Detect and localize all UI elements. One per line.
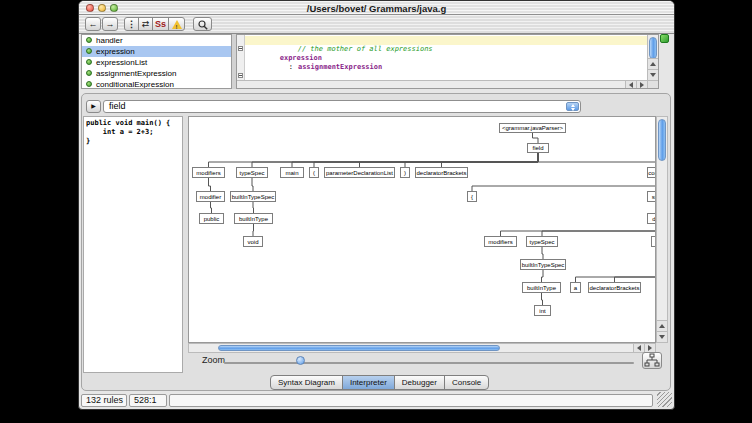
tree-node-bit1[interactable]: builtInType bbox=[234, 213, 273, 224]
fold-margin bbox=[237, 35, 245, 80]
scroll-right-button[interactable] bbox=[636, 81, 647, 88]
tree-vertical-scrollbar[interactable] bbox=[656, 116, 668, 343]
rule-status-icon bbox=[86, 48, 92, 54]
zoom-slider-thumb[interactable] bbox=[296, 356, 305, 365]
grammar-editor[interactable]: // the mother of all expressions express… bbox=[236, 34, 659, 89]
arrow-up-icon bbox=[659, 324, 665, 328]
tab-label: Interpreter bbox=[350, 378, 387, 387]
tree-node-rparen[interactable]: ) bbox=[400, 167, 410, 178]
tree-node-bit2[interactable]: builtInType bbox=[522, 282, 561, 293]
tree-node-lparen[interactable]: ( bbox=[309, 167, 319, 178]
scroll-right-button[interactable] bbox=[644, 344, 655, 352]
rule-label: handler bbox=[96, 36, 123, 45]
tree-node-a[interactable]: a bbox=[570, 282, 581, 293]
forward-icon: → bbox=[106, 19, 115, 29]
scrollbar-corner bbox=[647, 80, 658, 88]
rule-name-text: expression bbox=[280, 54, 322, 62]
refactor-button[interactable]: ⇄ bbox=[138, 17, 153, 31]
editor-horizontal-scrollbar[interactable] bbox=[237, 80, 647, 88]
scroll-up-button[interactable] bbox=[657, 320, 667, 331]
back-button[interactable]: ← bbox=[85, 17, 101, 31]
rule-label: expression bbox=[96, 47, 135, 56]
arrow-up-icon bbox=[650, 62, 656, 66]
tab-syntax-diagram[interactable]: Syntax Diagram bbox=[270, 375, 343, 390]
tab-label: Debugger bbox=[402, 378, 437, 387]
tree-node-modifier[interactable]: modifier bbox=[196, 191, 225, 202]
rule-item-assignmentExpression[interactable]: assignmentExpression bbox=[82, 68, 231, 79]
rule-item-handler[interactable]: handler bbox=[82, 35, 231, 46]
toggle-rules-button[interactable]: ⋮ bbox=[124, 17, 139, 31]
expand-editor-button[interactable] bbox=[660, 34, 669, 43]
scroll-down-button[interactable] bbox=[657, 331, 667, 342]
tree-node-bits2[interactable]: builtInTypeSpec bbox=[520, 259, 566, 270]
arrow-down-icon bbox=[659, 335, 665, 339]
tree-node-declaration[interactable]: declaration bbox=[647, 213, 656, 224]
tree-node-compound[interactable]: compoundStatement bbox=[647, 167, 656, 178]
tree-node-paramList[interactable]: parameterDeclarationList bbox=[324, 167, 395, 178]
tab-label: Syntax Diagram bbox=[278, 378, 335, 387]
hierarchy-icon bbox=[643, 353, 661, 368]
tree-layout-button[interactable] bbox=[642, 352, 662, 369]
tab-console[interactable]: Console bbox=[444, 375, 489, 390]
rule-label: conditionalExpression bbox=[96, 80, 174, 89]
tree-node-typeSpec2[interactable]: typeSpec bbox=[526, 236, 558, 247]
run-interpreter-button[interactable]: ▶ bbox=[86, 100, 101, 113]
tree-node-typeSpec1[interactable]: typeSpec bbox=[236, 167, 268, 178]
window-title: /Users/bovet/ Grammars/java.g bbox=[79, 3, 674, 14]
forward-button[interactable]: → bbox=[102, 17, 118, 31]
tree-node-bits1[interactable]: builtInTypeSpec bbox=[230, 191, 276, 202]
tree-node-lcurly[interactable]: { bbox=[467, 191, 477, 202]
arrow-up-icon bbox=[571, 104, 575, 107]
resize-grip[interactable] bbox=[657, 392, 672, 407]
toolbar: ← → ⋮ ⇄ Ss ! bbox=[79, 15, 674, 34]
scroll-up-button[interactable] bbox=[648, 58, 658, 69]
combobox-stepper-icon[interactable] bbox=[566, 102, 579, 111]
rule-item-expression[interactable]: expression bbox=[82, 46, 231, 57]
tree-node-field[interactable]: field bbox=[527, 143, 549, 153]
tab-label: Console bbox=[452, 378, 481, 387]
fold-collapse-icon[interactable] bbox=[238, 46, 243, 51]
tree-node-void[interactable]: void bbox=[243, 236, 263, 247]
colon-text: : bbox=[289, 63, 293, 71]
tree-horizontal-scrollbar[interactable] bbox=[188, 343, 656, 353]
tree-node-int[interactable]: int bbox=[534, 305, 551, 316]
warnings-button[interactable]: ! bbox=[168, 17, 185, 31]
tree-node-modifiers2[interactable]: modifiers bbox=[484, 236, 517, 247]
scroll-left-button[interactable] bbox=[625, 81, 636, 88]
scrollbar-thumb[interactable] bbox=[658, 119, 666, 161]
tree-node-declBrackets1[interactable]: declaratorBrackets bbox=[415, 167, 468, 178]
scroll-down-button[interactable] bbox=[648, 69, 658, 80]
tree-node-main[interactable]: main bbox=[280, 167, 304, 178]
rule-item-conditionalExpression[interactable]: conditionalExpression bbox=[82, 79, 231, 89]
start-rule-combobox[interactable]: field bbox=[103, 100, 581, 113]
tree-node-modifiers1[interactable]: modifiers bbox=[192, 167, 225, 178]
back-icon: ← bbox=[89, 19, 98, 29]
warning-exclamation: ! bbox=[169, 21, 184, 33]
find-button[interactable] bbox=[193, 17, 212, 31]
test-input-editor[interactable]: public void main() { int a = 2+3; } bbox=[83, 116, 183, 373]
tree-node-root[interactable]: <grammar.javaParser> bbox=[499, 123, 566, 133]
tree-node-statement[interactable]: statement bbox=[647, 191, 656, 202]
arrow-left-icon bbox=[629, 82, 633, 88]
tab-interpreter[interactable]: Interpreter bbox=[342, 375, 395, 390]
arrow-left-icon bbox=[637, 345, 641, 351]
rules-list: handler expression expressionList assign… bbox=[81, 34, 232, 89]
rule-item-expressionList[interactable]: expressionList bbox=[82, 57, 231, 68]
scroll-left-button[interactable] bbox=[633, 344, 644, 352]
editor-vertical-scrollbar[interactable] bbox=[647, 35, 658, 80]
tree-node-declBrackets2[interactable]: declaratorBrackets bbox=[588, 282, 641, 293]
case-sensitivity-button[interactable]: Ss bbox=[152, 17, 169, 31]
fold-collapse-icon[interactable] bbox=[238, 73, 243, 78]
tree-node-public[interactable]: public bbox=[199, 213, 224, 224]
input-code-line: } bbox=[86, 137, 180, 146]
input-code-line: int a = 2+3; bbox=[86, 128, 180, 137]
scrollbar-thumb[interactable] bbox=[649, 37, 657, 59]
case-icon: Ss bbox=[155, 19, 166, 29]
parse-tree-canvas[interactable]: <grammar.javaParser>fieldmodifierstypeSp… bbox=[188, 116, 656, 343]
editor-line: // the mother of all expressions bbox=[245, 36, 646, 45]
zoom-slider[interactable] bbox=[224, 362, 634, 364]
scrollbar-thumb[interactable] bbox=[218, 345, 500, 351]
titlebar[interactable]: /Users/bovet/ Grammars/java.g bbox=[79, 1, 674, 15]
tab-debugger[interactable]: Debugger bbox=[394, 375, 445, 390]
desktop-background: { "window": { "title": "/Users/bovet/ Gr… bbox=[0, 0, 752, 423]
